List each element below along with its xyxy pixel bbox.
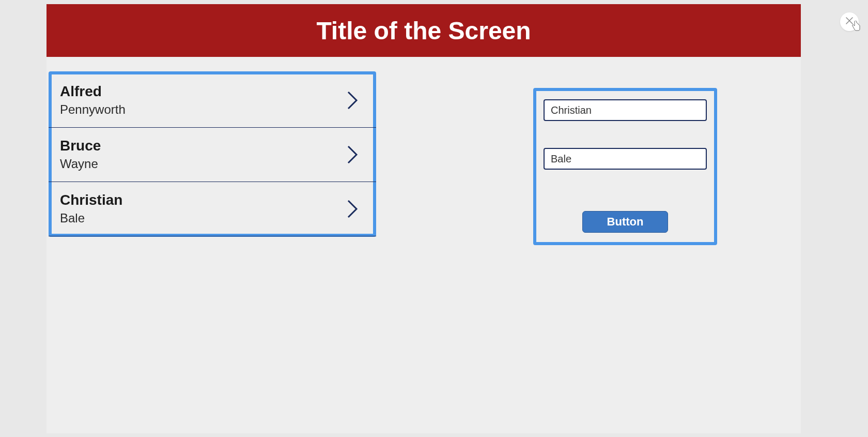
list-item[interactable]: Alfred Pennyworth (49, 73, 376, 128)
chevron-right-icon (346, 144, 359, 165)
list-item-text: Bruce Wayne (60, 137, 101, 173)
list-item-primary: Alfred (60, 82, 126, 101)
list-item-secondary: Bale (60, 209, 122, 227)
list-item-secondary: Wayne (60, 155, 101, 173)
submit-button[interactable]: Button (582, 211, 668, 233)
first-name-input[interactable] (544, 99, 707, 121)
list-item-primary: Christian (60, 191, 122, 209)
close-icon (846, 17, 853, 26)
list-item-primary: Bruce (60, 137, 101, 155)
header-bar: Title of the Screen (47, 4, 801, 57)
form-panel: Button (533, 88, 717, 245)
list-panel: Alfred Pennyworth Bruce Wayne Christ (49, 71, 376, 237)
list-item-text: Christian Bale (60, 191, 122, 227)
content-area: Alfred Pennyworth Bruce Wayne Christ (47, 57, 801, 433)
list-item[interactable]: Bruce Wayne (49, 128, 376, 182)
list-item[interactable]: Christian Bale (49, 182, 376, 236)
chevron-right-icon (346, 199, 359, 219)
list-item-secondary: Pennyworth (60, 101, 126, 118)
chevron-right-icon (346, 90, 359, 111)
last-name-input[interactable] (544, 148, 707, 170)
app-window: Title of the Screen Alfred Pennyworth Br… (47, 4, 801, 433)
page-title: Title of the Screen (316, 17, 531, 45)
list-item-text: Alfred Pennyworth (60, 82, 126, 118)
close-button[interactable] (840, 12, 859, 31)
